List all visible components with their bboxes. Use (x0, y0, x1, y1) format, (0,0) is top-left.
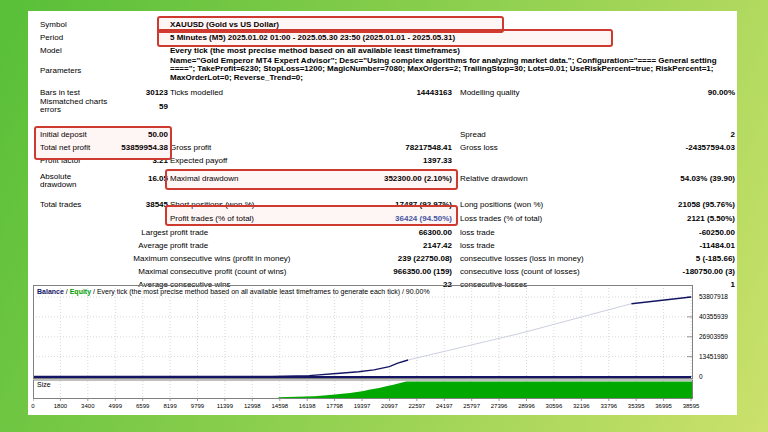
average-loss-trade-value: -11484.01 (572, 239, 735, 252)
x-tick-label: 27396 (491, 402, 508, 410)
row-profit-factor: Profit factor 3.21 Expected payoff 1397.… (28, 154, 737, 167)
x-tick-label: 0 (31, 402, 34, 410)
maximum-group-label: Maximum (54, 252, 168, 265)
period-label: Period (40, 31, 162, 44)
x-tick-label: 1800 (54, 402, 67, 410)
x-tick-label: 3400 (81, 402, 94, 410)
y-tick-label: 13451980 (699, 353, 741, 361)
x-tick-label: 12998 (244, 402, 261, 410)
gross-loss-value: -24357594.03 (572, 141, 735, 154)
row-net-profit: Total net profit 53859954.38 Gross profi… (28, 141, 737, 154)
relative-drawdown-value: 54.03% (39.90) (572, 172, 735, 185)
x-tick-label: 19397 (354, 402, 371, 410)
symbol-value: XAUUSD (Gold vs US Dollar) (170, 18, 736, 31)
equity-legend-label: Equity (70, 288, 91, 295)
max-consecutive-loss-value: -180750.00 (3) (572, 265, 735, 278)
ticks-modelled-value: 14443163 (268, 86, 452, 99)
average-group-label: Average (54, 239, 168, 252)
mismatched-charts-errors-value: 59 (54, 100, 168, 113)
x-tick-label: 36995 (655, 402, 672, 410)
chart-legend: Balance / Equity / Every tick (the most … (37, 287, 430, 296)
parameters-value: Name="Gold Emperor MT4 Expert Advisor"; … (170, 57, 736, 82)
profit-factor-value: 3.21 (54, 154, 168, 167)
x-tick-label: 24197 (436, 402, 453, 410)
average-profit-trade-value: 2147.42 (268, 239, 452, 252)
x-tick-label: 20997 (381, 402, 398, 410)
x-tick-label: 38595 (683, 402, 700, 410)
largest-loss-trade-value: -60250.00 (572, 226, 735, 239)
x-tick-label: 28996 (518, 402, 535, 410)
report-panel: Symbol XAUUSD (Gold vs US Dollar) Period… (28, 11, 737, 415)
x-tick-label: 33796 (600, 402, 617, 410)
size-panel-label: Size (37, 381, 51, 388)
largest-profit-trade-value: 66300.00 (268, 226, 452, 239)
chart-canvas (33, 285, 693, 402)
x-tick-label: 11399 (217, 402, 233, 410)
x-tick-label: 32196 (573, 402, 590, 410)
mt4-backtest-report-screenshot: { "report": { "symbol_label": "Symbol", … (0, 0, 768, 432)
maximal-drawdown-value: 352300.00 (2.10%) (268, 172, 452, 185)
total-net-profit-value: 53859954.38 (54, 141, 168, 154)
row-profit-trades: Profit trades (% of total) 36424 (94.50%… (28, 206, 737, 219)
largest-group-label: Largest (54, 226, 168, 239)
row-largest: Largest profit trade 66300.00 loss trade… (28, 226, 737, 239)
x-tick-label: 25797 (463, 402, 480, 410)
row-initial-deposit: Initial deposit 50.00 Spread 2 (28, 128, 737, 141)
x-tick-label: 4999 (109, 402, 122, 410)
y-tick-label: 26903959 (699, 333, 741, 341)
x-tick-label: 22597 (408, 402, 425, 410)
x-tick-label: 6599 (136, 402, 149, 410)
max-consecutive-losses-value: 5 (-185.66) (572, 252, 735, 265)
maximal-group-label: Maximal (54, 265, 168, 278)
y-tick-label: 40355939 (699, 313, 741, 321)
parameters-label: Parameters (40, 64, 162, 77)
row-maximal-consecutive: Maximal consecutive profit (count of win… (28, 265, 737, 278)
x-tick-label: 9799 (191, 402, 204, 410)
balance-chart: Balance / Equity / Every tick (the most … (33, 285, 733, 410)
y-tick-label: 53807918 (699, 293, 741, 301)
profit-trades-value: 36424 (94.50%) (268, 212, 452, 225)
max-consecutive-wins-value: 239 (22750.08) (268, 252, 452, 265)
balance-legend-label: Balance (37, 288, 64, 295)
x-tick-label: 30596 (546, 402, 563, 410)
gross-profit-value: 78217548.41 (268, 141, 452, 154)
chart-method-text: Every tick (the most precise method base… (97, 288, 430, 295)
expected-payoff-value: 1397.33 (268, 154, 452, 167)
x-tick-label: 14598 (271, 402, 288, 410)
y-tick-label: 0 (699, 373, 741, 381)
row-bars: Bars in test 30123 Ticks modelled 144431… (28, 86, 737, 99)
row-drawdown: Maximal drawdown 352300.00 (2.10%) Relat… (28, 172, 737, 185)
x-tick-label: 8199 (163, 402, 176, 410)
row-period: Period 5 Minutes (M5) 2025.01.02 01:00 -… (28, 31, 737, 44)
loss-trades-value: 2121 (5.50%) (572, 212, 735, 225)
row-average-trade: Average profit trade 2147.42 loss trade … (28, 239, 737, 252)
spread-value: 2 (572, 128, 735, 141)
symbol-label: Symbol (40, 18, 162, 31)
model-label: Model (40, 44, 162, 57)
period-value: 5 Minutes (M5) 2025.01.02 01:00 - 2025.0… (170, 31, 736, 44)
x-tick-label: 17798 (326, 402, 343, 410)
row-maximum-consecutive: Maximum consecutive wins (profit in mone… (28, 252, 737, 265)
initial-deposit-value: 50.00 (54, 128, 168, 141)
modelling-quality-value: 90.00% (572, 86, 735, 99)
x-tick-label: 35395 (628, 402, 645, 410)
x-tick-label: 16198 (299, 402, 316, 410)
row-symbol: Symbol XAUUSD (Gold vs US Dollar) (28, 18, 737, 31)
max-consecutive-profit-value: 966350.00 (159) (268, 265, 452, 278)
